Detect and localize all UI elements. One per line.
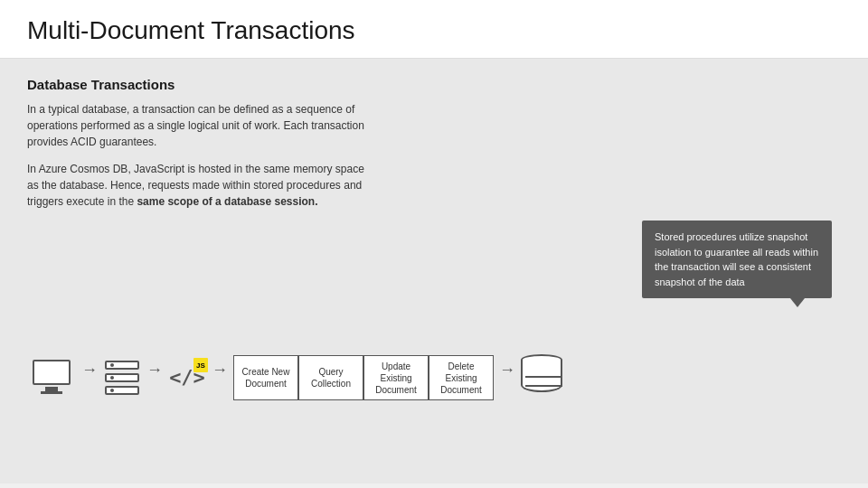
code-item: </> JS xyxy=(168,360,206,396)
computer-screen xyxy=(33,360,71,385)
op-update-item: Update Existing Document xyxy=(363,355,429,400)
server-layer-1 xyxy=(105,361,139,370)
arrow-2: → xyxy=(141,361,168,396)
server-dot-3 xyxy=(110,389,114,392)
server-layer-2 xyxy=(105,373,139,382)
op-create-box: Create New Document xyxy=(233,355,298,400)
callout-text: Stored procedures utilize snapshot isola… xyxy=(655,231,818,287)
page-title: Multi-Document Transactions xyxy=(27,16,355,44)
flow-diagram: → → </> xyxy=(27,354,841,401)
op-update-label: Update Existing Document xyxy=(368,361,424,396)
db-line-1 xyxy=(525,376,562,378)
arrow-1: → xyxy=(76,361,103,396)
paragraph-2: In Azure Cosmos DB, JavaScript is hosted… xyxy=(27,161,371,210)
op-delete-box: Delete Existing Document xyxy=(429,355,494,400)
db-line-2 xyxy=(525,385,562,387)
op-update-box: Update Existing Document xyxy=(363,355,429,400)
computer-base xyxy=(41,391,62,394)
arrow-3: → xyxy=(206,361,233,396)
server-item xyxy=(103,360,141,396)
content-area: Database Transactions In a typical datab… xyxy=(0,59,868,483)
diagram-area: Stored procedures utilize snapshot isola… xyxy=(27,221,841,401)
op-create-label: Create New Document xyxy=(238,366,294,389)
server-dot xyxy=(110,363,114,367)
section-title: Database Transactions xyxy=(27,77,841,92)
op-query-label: Query Collection xyxy=(303,366,359,389)
server-layer-3 xyxy=(105,386,139,395)
op-create-item: Create New Document xyxy=(233,355,298,400)
arrow-4: → xyxy=(494,361,521,396)
server-icon xyxy=(103,360,141,396)
op-delete-item: Delete Existing Document xyxy=(429,355,494,400)
op-query-box: Query Collection xyxy=(298,355,363,400)
op-delete-label: Delete Existing Document xyxy=(433,361,489,396)
paragraph-1: In a typical database, a transaction can… xyxy=(27,101,371,150)
database-icon xyxy=(521,354,564,401)
db-body xyxy=(521,360,562,392)
op-query-item: Query Collection xyxy=(298,355,363,400)
computer-icon xyxy=(27,360,76,396)
js-badge: JS xyxy=(193,358,208,372)
callout-box: Stored procedures utilize snapshot isola… xyxy=(642,221,832,298)
computer-item xyxy=(27,360,76,396)
code-icon: </> JS xyxy=(168,360,206,396)
database-item xyxy=(521,354,564,401)
server-dot-2 xyxy=(110,376,114,380)
page-title-bar: Multi-Document Transactions xyxy=(0,0,868,59)
